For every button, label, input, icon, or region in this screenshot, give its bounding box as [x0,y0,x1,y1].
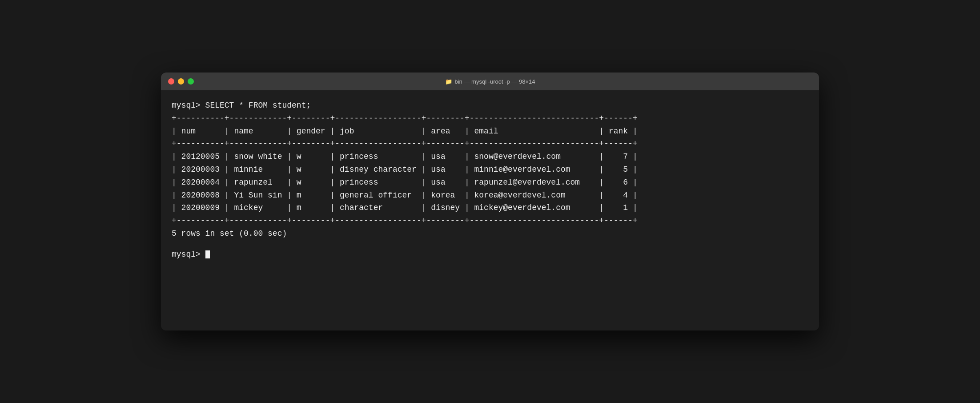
traffic-lights [168,78,194,85]
title-bar: 📁 bin — mysql -uroot -p — 98×14 [161,73,819,90]
prompt-text: mysql> [172,250,205,259]
maximize-button[interactable] [188,78,194,85]
table-row-4: | 20200008 | Yi Sun sin | m | general of… [172,189,808,202]
terminal-window: 📁 bin — mysql -uroot -p — 98×14 mysql> S… [161,73,819,330]
window-title: 📁 bin — mysql -uroot -p — 98×14 [445,78,535,85]
result-summary: 5 rows in set (0.00 sec) [172,227,808,240]
table-row-1: | 20120005 | snow white | w | princess |… [172,150,808,163]
table-row-3: | 20200004 | rapunzel | w | princess | u… [172,176,808,189]
terminal-body[interactable]: mysql> SELECT * FROM student; +---------… [161,90,819,330]
separator-mid: +----------+------------+--------+------… [172,137,808,150]
separator-top: +----------+------------+--------+------… [172,112,808,125]
cursor [205,250,210,258]
command-line: mysql> SELECT * FROM student; [172,99,808,112]
table-row-2: | 20200003 | minnie | w | disney charact… [172,163,808,176]
table-row-5: | 20200009 | mickey | m | character | di… [172,202,808,214]
table-header: | num | name | gender | job | area | ema… [172,125,808,138]
close-button[interactable] [168,78,174,85]
separator-bot: +----------+------------+--------+------… [172,214,808,227]
folder-icon: 📁 [445,78,452,85]
prompt-next: mysql> [172,248,808,261]
minimize-button[interactable] [178,78,184,85]
